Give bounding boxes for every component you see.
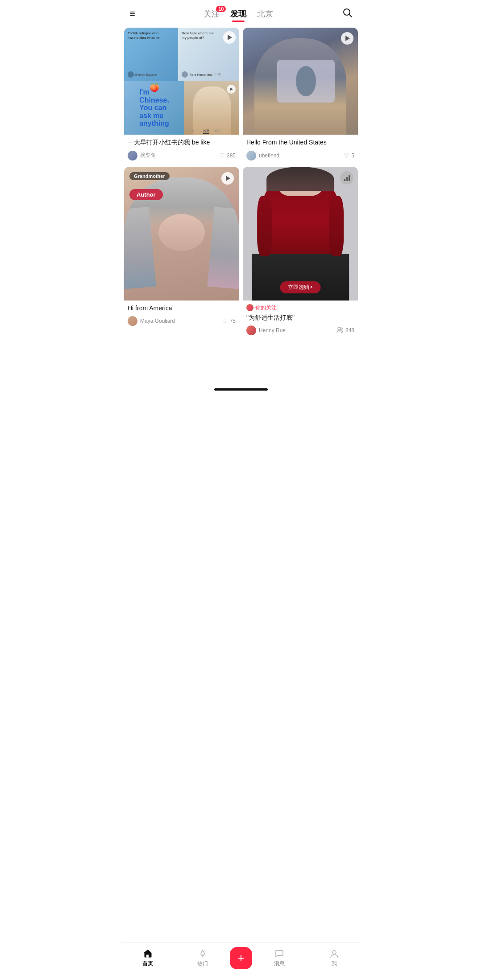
card-4-avatar [246, 325, 256, 335]
card-2-likes: ♡ 5 [344, 152, 354, 159]
shop-tag[interactable]: 立即选购> [280, 281, 320, 293]
card-1[interactable]: TikTok refugee whohas no idea what I'm E… [124, 28, 239, 163]
card-4-info: 你的关注 "为舒适生活打底" Henny Rue [243, 301, 358, 338]
card-4-author-name: Henny Rue [259, 327, 286, 334]
card-3-image: Grandmother Author [124, 167, 239, 301]
card-2-avatar [246, 151, 256, 161]
card-1-author: 摘梨鱼 [128, 151, 156, 161]
menu-icon[interactable]: ≡ [129, 9, 135, 19]
feed-grid: TikTok refugee whohas no idea what I'm E… [120, 24, 362, 342]
card-2-author-name: ubefiend [259, 152, 279, 159]
followed-text: 你的关注 [255, 304, 277, 312]
card-1-image-bl: I'mChinese.You canask meanything 🍑 [124, 81, 184, 135]
card-2-info: Hello From the United States ubefiend ♡ … [243, 135, 358, 163]
followed-badge: 你的关注 [246, 304, 354, 312]
chart-icon [340, 171, 353, 185]
card-3-author: Maya Gouliard [128, 316, 175, 326]
card-3-info: Hi from America Maya Gouliard ♡ 75 [124, 301, 239, 329]
header: ≡ 关注 10 发现 北京 [120, 0, 362, 24]
card-1-author-name: 摘梨鱼 [140, 152, 156, 159]
card-2-author: ubefiend [246, 151, 279, 161]
card-4-image-wrap: 立即选购> [243, 167, 358, 301]
search-icon[interactable] [342, 7, 353, 21]
play-icon-3 [221, 172, 234, 185]
card-1-avatar [128, 151, 137, 161]
card-4-title: "为舒适生活打底" [246, 313, 354, 322]
svg-line-1 [349, 15, 352, 17]
card-1-image-wrap: TikTok refugee whohas no idea what I'm E… [124, 28, 239, 135]
follow-badge: 10 [216, 6, 226, 12]
card-4-likes: 848 [337, 327, 354, 334]
card-1-image-tl: TikTok refugee whohas no idea what I'm E… [124, 28, 178, 81]
card-4-author: Henny Rue [246, 325, 286, 335]
svg-point-2 [338, 327, 341, 330]
card-1-title: 一大早打开小红书的我 be like [128, 138, 236, 147]
grandmother-tag: Grandmother [129, 172, 170, 180]
card-3-meta: Maya Gouliard ♡ 75 [128, 316, 236, 326]
card-4[interactable]: 立即选购> 你的关注 "为舒适生活打底" Henny Rue [243, 167, 358, 338]
tab-discover[interactable]: 发现 [230, 8, 246, 19]
card-1-image: TikTok refugee whohas no idea what I'm E… [124, 28, 239, 135]
card-2-title: Hello From the United States [246, 138, 354, 147]
heart-icon-3: ♡ [222, 317, 228, 325]
card-2-meta: ubefiend ♡ 5 [246, 151, 354, 161]
card-3-image-wrap: Grandmother Author [124, 167, 239, 301]
svg-point-3 [341, 328, 343, 329]
play-icon-1 [223, 31, 236, 44]
card-1-likes: ♡ 385 [219, 152, 236, 159]
home-indicator [120, 382, 362, 397]
card-4-image: 立即选购> [243, 167, 358, 301]
heart-icon-2: ♡ [344, 152, 349, 159]
people-icon [337, 327, 344, 334]
card-3-likes: ♡ 75 [222, 317, 236, 325]
card-4-meta: Henny Rue 848 [246, 325, 354, 335]
card-1-image-br: ♡ 40 首页 热门 [184, 81, 239, 135]
tab-follow[interactable]: 关注 10 [204, 8, 220, 19]
card-1-info: 一大早打开小红书的我 be like 摘梨鱼 ♡ 385 [124, 135, 239, 163]
tab-beijing[interactable]: 北京 [257, 8, 273, 19]
followed-icon [246, 304, 253, 311]
card-3-author-name: Maya Gouliard [140, 318, 175, 324]
card-3[interactable]: Grandmother Author Hi from America Maya … [124, 167, 239, 338]
card-2-image-wrap [243, 28, 358, 135]
card-1-image-tr: New here where aremy people at? Tiara He… [178, 28, 239, 81]
card-1-meta: 摘梨鱼 ♡ 385 [128, 151, 236, 161]
heart-icon-1: ♡ [219, 152, 225, 159]
header-tabs: 关注 10 发现 北京 [204, 8, 273, 19]
home-indicator-bar [214, 388, 268, 391]
card-3-title: Hi from America [128, 304, 236, 313]
card-2-image [243, 28, 358, 135]
card-2[interactable]: Hello From the United States ubefiend ♡ … [243, 28, 358, 163]
author-tag: Author [129, 189, 163, 200]
play-icon-2 [341, 32, 353, 45]
card-3-avatar [128, 316, 137, 326]
